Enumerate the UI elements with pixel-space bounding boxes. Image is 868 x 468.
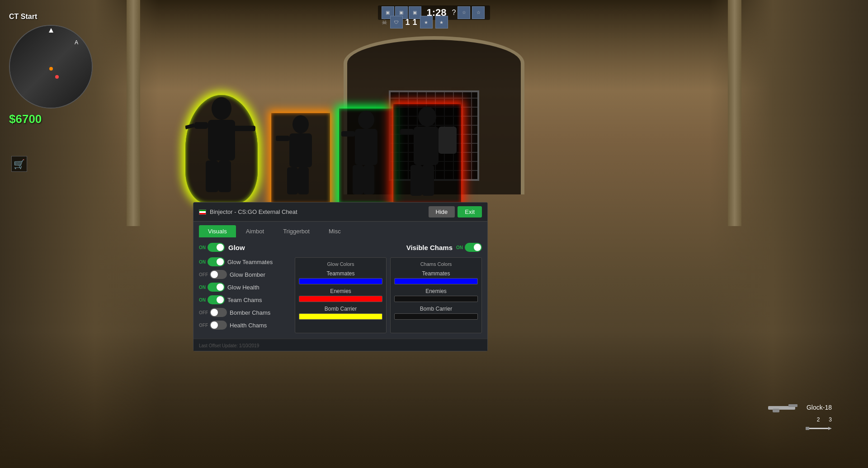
bomber-chams-knob [211,309,218,316]
character-1 [185,95,258,203]
glow-teammates-toggle: ON [199,257,225,266]
chams-bomb-carrier-color-bar[interactable] [394,313,478,320]
svg-rect-9 [276,136,289,141]
character-2 [271,113,330,203]
panel-title-left: Binjector - CS:GO External Cheat [199,208,297,215]
characters-container [172,68,511,203]
cheat-panel: Binjector - CS:GO External Cheat Hide Ex… [193,202,488,351]
bomber-chams-switch[interactable] [210,308,227,317]
money-display: $6700 [9,112,42,126]
glow-left: ON Glow [199,243,245,252]
glow-teammates-switch[interactable] [208,257,225,266]
health-chams-label: Health Chams [230,322,267,329]
glow-enemies-color-item: Enemies [299,288,382,302]
tab-visuals[interactable]: Visuals [199,225,236,237]
character-3 [339,109,393,203]
hud-skull-icon: ☠ [382,19,387,26]
glow-health-switch[interactable] [208,283,225,292]
bomber-chams-label: Bomber Chams [230,309,270,316]
hud-bonus-1: ★ [420,16,433,28]
char-2-silhouette [271,113,330,203]
bomber-chams-toggle: OFF [199,308,227,317]
minimap-arrow [49,28,53,33]
footer-text: Last Offset Update: 1/10/2019 [199,343,259,348]
glow-bomb-carrier-color-bar[interactable] [299,313,382,320]
svg-marker-28 [828,427,832,430]
minimap-player-dot-1 [55,75,59,79]
char-4-silhouette [393,104,461,203]
glow-bomb-carrier-color-label: Bomb Carrier [299,306,382,312]
chams-enemies-color-bar[interactable] [394,296,478,302]
hud-bonus-2: ★ [435,16,448,28]
option-row-glow-bomber: OFF Glow Bomber [199,270,289,279]
hud-icon-4: ☆ [458,6,470,19]
tab-aimbot[interactable]: Aimbot [237,225,273,237]
visible-chams-toggle-switch[interactable] [465,243,482,252]
option-row-bomber-chams: OFF Bomber Chams [199,308,289,317]
scene-beam-right [728,0,741,226]
chams-teammates-color-bar[interactable] [394,278,478,284]
glow-teammates-color-bar[interactable] [299,278,382,284]
glow-bomber-toggle-label: OFF [199,272,208,277]
tab-triggerbot[interactable]: Triggerbot [274,225,319,237]
buy-menu-icon[interactable]: 🛒 [11,156,27,172]
svg-rect-26 [773,409,779,412]
glow-health-toggle-label: ON [199,285,206,290]
svg-rect-16 [363,165,374,194]
svg-rect-8 [289,133,312,167]
chams-teammates-color-label: Teammates [394,270,478,277]
health-chams-switch[interactable] [210,321,227,330]
glow-health-knob [217,284,224,291]
glow-section-label: Glow [228,244,245,251]
glow-toggle-switch[interactable] [208,243,225,252]
hud-scores-row: ☠ 🛡 1 1 ★ ★ [382,16,448,28]
visible-chams-toggle-knob [474,244,481,251]
tab-misc[interactable]: Misc [320,225,350,237]
health-chams-toggle-label: OFF [199,323,208,328]
ct-start-label: CT Start [9,13,37,21]
weapon-name: Glock-18 [807,404,832,411]
svg-rect-23 [439,127,457,154]
glow-toggle-label: ON [199,245,206,250]
hud-score-left: 1 [406,18,410,27]
hud-ct-icon: 🛡 [390,16,403,28]
team-chams-label: Team Chams [227,297,262,303]
team-chams-switch[interactable] [208,295,225,304]
panel-buttons: Hide Exit [429,206,482,217]
minimap-player-dot-2 [49,67,53,71]
glow-toggle-knob [217,244,224,251]
glow-bomber-knob [211,271,218,278]
weapon-ammo-1: 2 [817,416,820,423]
panel-flag-icon [199,209,206,215]
glow-teammates-toggle-label: ON [199,260,206,265]
glow-bomber-toggle: OFF [199,270,227,279]
visible-chams-toggle-group: ON [456,243,482,252]
panel-footer: Last Offset Update: 1/10/2019 [193,339,487,351]
glow-right: Visible Chams ON [406,243,482,252]
weapon-ammo-2: 3 [829,416,832,423]
svg-rect-5 [218,161,231,192]
svg-rect-25 [788,404,797,407]
color-panels: Glow Colors Teammates Enemies Bomb Carri… [295,257,482,333]
chams-bomb-carrier-color-label: Bomb Carrier [394,306,478,312]
hide-button[interactable]: Hide [429,206,455,217]
svg-rect-22 [422,165,434,196]
minimap-inner: B A [10,26,92,108]
glow-enemies-color-bar[interactable] [299,296,382,302]
panel-tabs: Visuals Aimbot Triggerbot Misc [193,222,487,237]
svg-rect-2 [194,122,208,129]
scene-beam-left [127,0,140,226]
bomber-chams-toggle-label: OFF [199,310,208,315]
hud-score-right: 1 [413,18,417,27]
minimap: B A [9,25,93,109]
glow-bomber-switch[interactable] [210,270,227,279]
glow-teammates-knob [217,258,224,265]
char-1-silhouette [185,95,258,203]
weapon-icon [766,401,802,414]
char-3-silhouette [339,109,393,203]
svg-line-3 [185,125,194,128]
option-row-health-chams: OFF Health Chams [199,321,289,330]
glow-bomb-carrier-color-item: Bomb Carrier [299,306,382,320]
exit-button[interactable]: Exit [458,206,482,217]
weapon-display: Glock-18 2 3 [766,401,832,432]
